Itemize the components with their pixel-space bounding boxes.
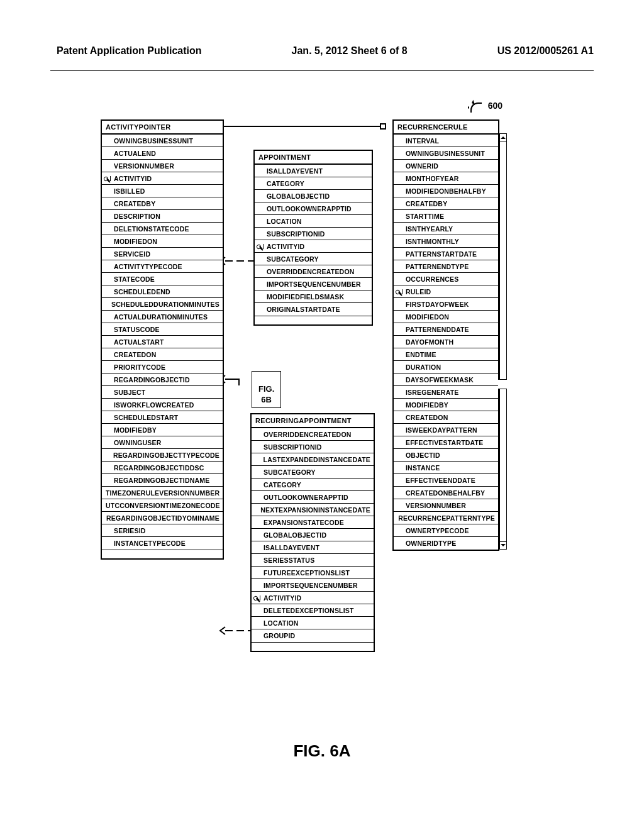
field-row: VERSIONNUMBER [102, 160, 223, 172]
field-name: OVERRIDDENCREATEDON [260, 429, 355, 440]
field-row: ACTUALEND [102, 147, 223, 160]
field-row: PATTERNENDTYPE [394, 260, 498, 273]
field-name: ACTUALEND [111, 148, 159, 159]
field-name: OCCURRENCES [402, 274, 462, 285]
field-row: RULEID [394, 285, 498, 298]
field-name: SUBJECT [111, 387, 148, 398]
field-name: ACTIVITYTYPECODE [111, 261, 186, 272]
field-name: RULEID [402, 286, 434, 297]
key-icon [394, 289, 402, 294]
field-name: ACTIVITYID [264, 241, 308, 252]
field-row: ACTIVITYID [252, 592, 374, 604]
field-row: SERVICEID [102, 248, 223, 260]
field-row: SUBCATEGORY [255, 253, 372, 265]
field-row: CREATEDON [102, 348, 223, 361]
field-row: REGARDINGOBJECTIDDSC [102, 462, 223, 474]
field-row: MODIFIEDFIELDSMASK [255, 290, 372, 303]
field-row: MODIFIEDON [394, 311, 498, 323]
entity-fields: OVERRIDDENCREATEDONSUBSCRIPTIONIDLASTEXP… [252, 428, 374, 642]
field-row: OWNINGUSER [102, 436, 223, 449]
field-name: SERIESID [111, 525, 149, 536]
field-row: OUTLOOKOWNERAPPTID [255, 202, 372, 215]
field-row: CATEGORY [252, 479, 374, 491]
key-icon [396, 289, 401, 294]
field-row: ISNTHYEARLY [394, 223, 498, 235]
field-row: OWNINGBUSINESSUNIT [394, 147, 498, 160]
field-row: OBJECTID [394, 449, 498, 462]
field-row: LOCATION [255, 215, 372, 228]
field-row: SCHEDULEDEND [102, 285, 223, 298]
field-row: OWNERTYPECODE [394, 524, 498, 537]
field-name: ORIGINALSTARTDATE [264, 304, 343, 315]
field-name: DELETEDEXCEPTIONSLIST [260, 605, 357, 616]
key-icon [252, 595, 260, 600]
field-name: SUBSCRIPTIONID [260, 441, 325, 453]
field-row: RECURRENCEPATTERNTYPE [394, 512, 498, 524]
field-name: PATTERNENDTYPE [402, 261, 472, 272]
entity-recurringappointment: RECURRINGAPPOINTMENT OVERRIDDENCREATEDON… [250, 413, 375, 652]
field-name: SUBCATEGORY [260, 467, 319, 478]
field-row: GLOBALOBJECTID [255, 190, 372, 202]
field-name: REGARDINGOBJECTIDNAME [111, 475, 213, 486]
field-name: REGARDINGOBJECTIDDSC [111, 462, 207, 473]
entity-footer [255, 316, 372, 324]
field-row: ENDTIME [394, 348, 498, 361]
field-name: REGARDINGOBJECTTYPECODE [110, 450, 223, 461]
field-name: OWNERID [402, 160, 441, 172]
scrollbar-break [498, 379, 507, 389]
field-row: REGARDINGOBJECTIDYOMINAME [102, 512, 223, 524]
svg-rect-0 [380, 124, 386, 129]
field-row: OVERRIDDENCREATEDON [255, 265, 372, 278]
field-row: MODIFIEDBY [102, 424, 223, 436]
field-name: ISBILLED [111, 185, 148, 197]
field-name: CREATEDON [402, 412, 452, 423]
field-row: ISALLDAYEVENT [255, 165, 372, 177]
field-name: ACTUALSTART [111, 336, 167, 348]
entity-footer [102, 550, 223, 558]
field-row: STATECODE [102, 273, 223, 285]
entity-footer [252, 642, 374, 651]
field-name: CREATEDBY [402, 198, 450, 209]
key-icon [104, 176, 109, 181]
field-name: PRIORITYCODE [111, 362, 169, 373]
scroll-up-icon[interactable] [500, 134, 506, 141]
field-name: ISNTHMONTHLY [402, 236, 462, 247]
entity-fields: OWNINGBUSINESSUNITACTUALENDVERSIONNUMBER… [102, 135, 223, 550]
entity-appointment: APPOINTMENT ISALLDAYEVENTCATEGORYGLOBALO… [253, 150, 373, 326]
field-name: STATECODE [111, 274, 158, 285]
header-left: Patent Application Publication [57, 45, 202, 57]
field-name: MODIFIEDBY [111, 424, 160, 436]
field-row: EFFECTIVESTARTDATE [394, 436, 498, 449]
field-row: MODIFIEDON [102, 235, 223, 248]
field-row: SUBSCRIPTIONID [255, 228, 372, 240]
field-name: REGARDINGOBJECTIDYOMINAME [103, 512, 223, 524]
field-name: DURATION [402, 362, 444, 373]
field-name: OWNINGBUSINESSUNIT [402, 148, 488, 159]
field-name: SCHEDULEDSTART [111, 412, 181, 423]
field-name: MODIFIEDFIELDSMASK [264, 291, 347, 302]
field-name: ISNTHYEARLY [402, 223, 456, 235]
field-row: NEXTEXPANSIONINSTANCEDATE [252, 504, 374, 516]
field-row: SCHEDULEDDURATIONMINUTES [102, 298, 223, 311]
field-name: DAYOFMONTH [402, 336, 457, 348]
field-row: GROUPID [252, 629, 374, 642]
field-row: ACTIVITYID [255, 240, 372, 253]
field-name: SUBSCRIPTIONID [264, 228, 328, 240]
field-name: ACTUALDURATIONMINUTES [111, 311, 211, 323]
field-name: OBJECTID [402, 450, 443, 461]
field-row: OCCURRENCES [394, 273, 498, 285]
scroll-down-icon[interactable] [500, 541, 506, 549]
field-row: MODIFIEDONBEHALFBY [394, 185, 498, 197]
field-name: PATTERNSTARTDATE [402, 248, 480, 260]
fig-6b-callout: FIG. 6B [252, 371, 281, 408]
figure-label-main: FIG. 6A [0, 741, 644, 761]
field-row: DELETEDEXCEPTIONSLIST [252, 604, 374, 617]
scrollbar[interactable] [499, 133, 507, 550]
field-name: CREATEDBY [111, 198, 158, 209]
field-row: ISWEEKDAYPATTERN [394, 424, 498, 436]
entity-fields: INTERVALOWNINGBUSINESSUNITOWNERIDMONTHOF… [394, 135, 498, 550]
field-name: PATTERNENDDATE [402, 324, 472, 335]
field-name: ISWEEKDAYPATTERN [402, 424, 480, 436]
field-row: MODIFIEDBY [394, 399, 498, 411]
field-row: SCHEDULEDSTART [102, 411, 223, 424]
